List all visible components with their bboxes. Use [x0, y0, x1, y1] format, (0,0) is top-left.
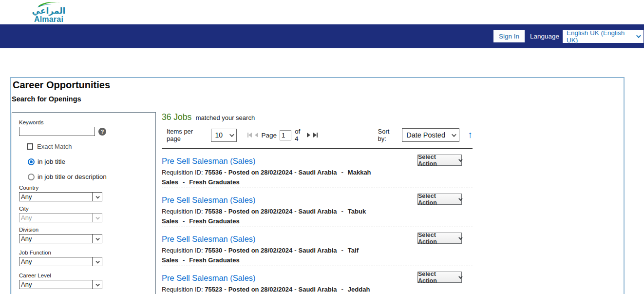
sort-by-label: Sort by:: [378, 128, 399, 142]
division-select[interactable]: Any: [19, 234, 102, 243]
language-select-value: English UK (English UK): [567, 29, 636, 44]
first-page-icon[interactable]: [247, 133, 252, 137]
results-count-suffix: matched your search: [196, 114, 255, 121]
chevron-down-icon: [458, 235, 462, 239]
city-select: Any: [19, 213, 102, 222]
search-filters-panel: Keywords ? Exact Match in job title in j…: [12, 112, 156, 294]
division-select-value: Any: [19, 235, 92, 242]
sort-by-value: Date Posted: [406, 131, 452, 139]
chevron-down-icon: [458, 274, 462, 278]
sign-in-button[interactable]: Sign In: [493, 30, 525, 42]
job-details: Requisition ID: 75530-Posted on 28/02/20…: [162, 246, 372, 265]
job-title-link[interactable]: Pre Sell Salesman (Sales): [162, 195, 256, 205]
logo-arabic-text: المراعي: [31, 7, 66, 16]
job-title-link[interactable]: Pre Sell Salesman (Sales): [162, 156, 256, 166]
job-row: Pre Sell Salesman (Sales) Requisition ID…: [162, 188, 473, 227]
radio-in-job-title-or-description[interactable]: in job title or description: [28, 173, 155, 180]
chevron-down-icon: [452, 132, 456, 137]
country-select-value: Any: [19, 194, 92, 200]
chevron-down-icon: [95, 259, 99, 263]
items-per-page-value: 10: [215, 131, 229, 139]
previous-page-icon[interactable]: [255, 133, 258, 137]
navbar: Sign In Language English UK (English UK): [0, 24, 644, 48]
chevron-down-icon: [636, 33, 641, 38]
select-action-button[interactable]: Select Action: [417, 272, 462, 283]
page-subtitle: Search for Openings: [12, 95, 81, 103]
items-per-page-select[interactable]: 10: [211, 129, 236, 142]
career-level-select-value: Any: [19, 281, 92, 288]
chevron-down-icon: [95, 195, 99, 198]
job-details: Requisition ID: 75536-Posted on 28/02/20…: [162, 168, 372, 187]
chevron-down-icon: [95, 282, 99, 286]
language-label: Language: [530, 33, 559, 40]
next-page-icon[interactable]: [307, 133, 310, 137]
exact-match-checkbox-row[interactable]: Exact Match: [27, 143, 155, 150]
job-function-select-value: Any: [19, 258, 92, 265]
keywords-label: Keywords: [19, 119, 155, 125]
career-level-select[interactable]: Any: [19, 280, 102, 289]
results-area: 36 Jobs matched your search Items per pa…: [162, 112, 473, 294]
city-label: City: [19, 206, 155, 212]
items-per-page-label: Items per page: [167, 128, 208, 142]
radio-in-job-title-label: in job title: [38, 158, 65, 165]
job-row: Pre Sell Salesman (Sales) Requisition ID…: [162, 149, 473, 188]
job-row: Pre Sell Salesman (Sales) Requisition ID…: [162, 227, 473, 266]
career-level-label: Career Level: [19, 273, 155, 278]
job-title-link[interactable]: Pre Sell Salesman (Sales): [162, 273, 256, 283]
select-action-label: Select Action: [418, 154, 456, 167]
chevron-down-icon: [458, 196, 462, 200]
radio-unselected-icon[interactable]: [28, 174, 35, 180]
job-function-select[interactable]: Any: [19, 257, 102, 266]
help-icon[interactable]: ?: [98, 128, 106, 136]
exact-match-checkbox[interactable]: [27, 143, 33, 150]
page-number-input[interactable]: [280, 130, 291, 140]
select-action-button[interactable]: Select Action: [417, 155, 462, 166]
country-select[interactable]: Any: [19, 192, 102, 201]
exact-match-label: Exact Match: [37, 143, 72, 150]
almarai-logo[interactable]: المراعي Almarai: [31, 1, 66, 24]
chevron-down-icon: [229, 132, 234, 137]
job-list: Pre Sell Salesman (Sales) Requisition ID…: [162, 148, 473, 294]
chevron-down-icon: [95, 236, 99, 240]
select-action-label: Select Action: [418, 232, 456, 245]
page-title: Career Opportunities: [13, 79, 110, 91]
job-title-link[interactable]: Pre Sell Salesman (Sales): [162, 234, 256, 244]
logo-latin-text: Almarai: [31, 16, 66, 24]
pagination: Page of 4: [246, 128, 319, 142]
chevron-down-icon: [95, 216, 99, 219]
page-total: of 4: [295, 128, 304, 142]
job-details: Requisition ID: 75538-Posted on 28/02/20…: [162, 207, 372, 226]
top-header: المراعي Almarai: [0, 0, 644, 24]
results-toolbar: Items per page 10 Page of 4 Sort by: Dat…: [162, 128, 473, 142]
last-page-icon[interactable]: [313, 133, 318, 137]
job-row: Pre Sell Salesman (Sales) Requisition ID…: [162, 266, 473, 294]
select-action-button[interactable]: Select Action: [417, 194, 462, 205]
select-action-label: Select Action: [418, 193, 456, 206]
job-function-label: Job Function: [19, 250, 155, 255]
chevron-down-icon: [458, 157, 462, 161]
results-count-line: 36 Jobs matched your search: [162, 112, 473, 122]
job-details: Requisition ID: 75523-Posted on 28/02/20…: [162, 285, 372, 294]
select-action-button[interactable]: Select Action: [417, 233, 462, 244]
select-action-label: Select Action: [418, 271, 456, 284]
results-jobs-count: 36 Jobs: [162, 112, 191, 122]
division-label: Division: [19, 227, 155, 233]
city-select-value: Any: [19, 215, 92, 221]
career-panel: Career Opportunities Search for Openings…: [10, 77, 625, 294]
keywords-input[interactable]: [19, 127, 95, 136]
radio-selected-icon[interactable]: [28, 158, 35, 165]
sort-by-select[interactable]: Date Posted: [402, 128, 459, 142]
radio-in-job-title-or-description-label: in job title or description: [38, 173, 107, 180]
radio-in-job-title[interactable]: in job title: [28, 158, 155, 165]
sort-direction-ascending-icon[interactable]: ↑: [468, 130, 473, 140]
country-label: Country: [19, 185, 155, 191]
language-select[interactable]: English UK (English UK): [563, 30, 644, 43]
page-label: Page: [262, 132, 277, 139]
